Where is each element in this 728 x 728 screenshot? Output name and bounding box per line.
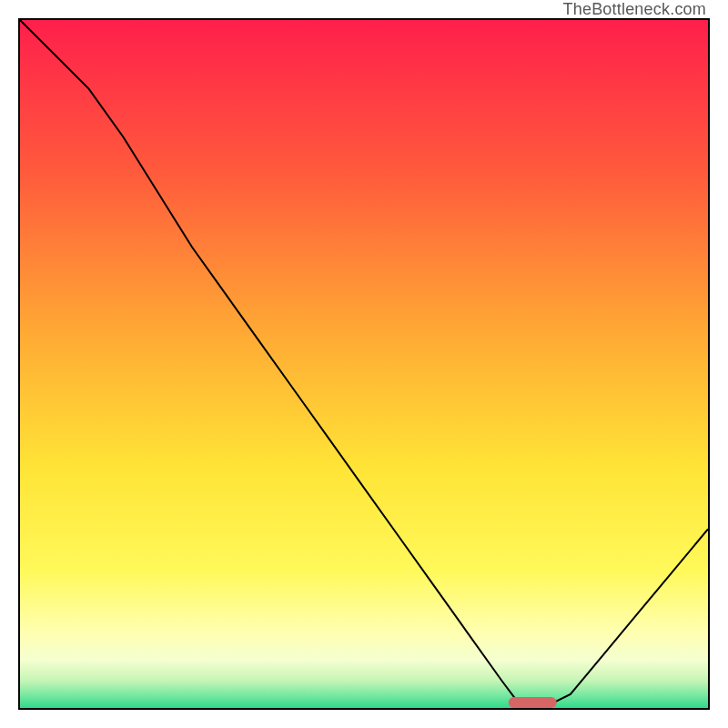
curve-layer bbox=[20, 20, 708, 708]
chart-container: TheBottleneck.com bbox=[0, 0, 728, 728]
trough-marker bbox=[509, 697, 557, 708]
watermark-text: TheBottleneck.com bbox=[563, 0, 706, 19]
curve-line bbox=[20, 20, 708, 708]
plot-area bbox=[18, 18, 710, 710]
